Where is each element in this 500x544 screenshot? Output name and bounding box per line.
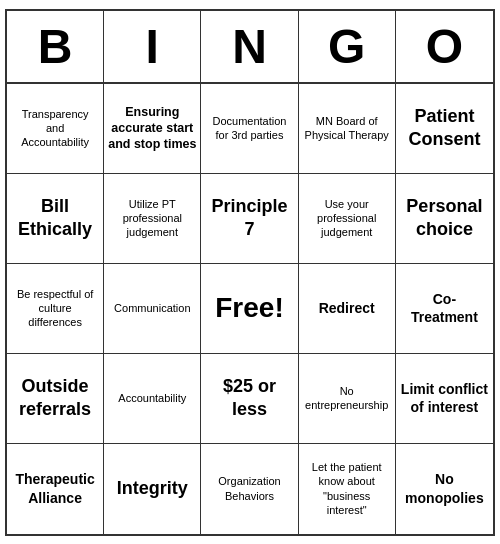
bingo-header: B I N G O xyxy=(7,11,493,84)
bingo-cell-2[interactable]: Documentation for 3rd parties xyxy=(201,84,298,174)
bingo-cell-21[interactable]: Integrity xyxy=(104,444,201,534)
bingo-cell-10[interactable]: Be respectful of culture differences xyxy=(7,264,104,354)
bingo-cell-16[interactable]: Accountability xyxy=(104,354,201,444)
bingo-cell-19[interactable]: Limit conflict of interest xyxy=(396,354,493,444)
bingo-cell-8[interactable]: Use your professional judgement xyxy=(299,174,396,264)
bingo-cell-23[interactable]: Let the patient know about "business int… xyxy=(299,444,396,534)
header-g: G xyxy=(299,11,396,82)
bingo-cell-1[interactable]: Ensuring accurate start and stop times xyxy=(104,84,201,174)
bingo-cell-13[interactable]: Redirect xyxy=(299,264,396,354)
bingo-cell-15[interactable]: Outside referrals xyxy=(7,354,104,444)
bingo-cell-17[interactable]: $25 or less xyxy=(201,354,298,444)
bingo-cell-12[interactable]: Free! xyxy=(201,264,298,354)
bingo-card: B I N G O Transparency and Accountabilit… xyxy=(5,9,495,536)
bingo-cell-5[interactable]: Bill Ethically xyxy=(7,174,104,264)
bingo-cell-6[interactable]: Utilize PT professional judgement xyxy=(104,174,201,264)
bingo-grid: Transparency and AccountabilityEnsuring … xyxy=(7,84,493,534)
header-n: N xyxy=(201,11,298,82)
bingo-cell-18[interactable]: No entrepreneurship xyxy=(299,354,396,444)
bingo-cell-11[interactable]: Communication xyxy=(104,264,201,354)
bingo-cell-20[interactable]: Therapeutic Alliance xyxy=(7,444,104,534)
bingo-cell-7[interactable]: Principle 7 xyxy=(201,174,298,264)
bingo-cell-24[interactable]: No monopolies xyxy=(396,444,493,534)
header-o: O xyxy=(396,11,493,82)
bingo-cell-22[interactable]: Organization Behaviors xyxy=(201,444,298,534)
bingo-cell-9[interactable]: Personal choice xyxy=(396,174,493,264)
bingo-cell-3[interactable]: MN Board of Physical Therapy xyxy=(299,84,396,174)
header-b: B xyxy=(7,11,104,82)
bingo-cell-4[interactable]: Patient Consent xyxy=(396,84,493,174)
bingo-cell-0[interactable]: Transparency and Accountability xyxy=(7,84,104,174)
bingo-cell-14[interactable]: Co-Treatment xyxy=(396,264,493,354)
header-i: I xyxy=(104,11,201,82)
